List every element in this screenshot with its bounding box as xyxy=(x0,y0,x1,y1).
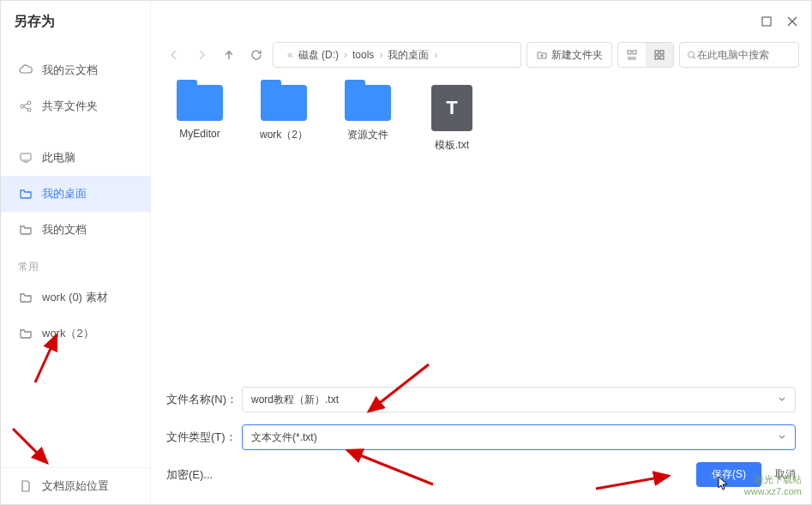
file-label: work（2） xyxy=(260,128,308,142)
svg-point-18 xyxy=(689,51,695,57)
folder-icon xyxy=(18,291,33,304)
filename-input-wrap[interactable]: word教程（新）.txt xyxy=(242,387,796,412)
svg-rect-0 xyxy=(762,17,771,26)
breadcrumb-part[interactable]: 磁盘 (D:) xyxy=(298,48,339,63)
folder-icon xyxy=(18,223,33,237)
folder-icon xyxy=(18,187,33,201)
encrypt-link[interactable]: 加密(E)... xyxy=(166,467,242,483)
computer-icon xyxy=(18,151,33,165)
svg-line-7 xyxy=(24,107,27,109)
folder-icon xyxy=(18,327,33,340)
dialog-title: 另存为 xyxy=(14,13,55,31)
svg-rect-17 xyxy=(660,56,664,59)
svg-line-19 xyxy=(694,57,696,59)
sidebar-item-label: 共享文件夹 xyxy=(42,99,98,114)
sidebar-item-label: 此电脑 xyxy=(42,150,75,165)
sidebar-item-label: work（2） xyxy=(42,326,94,341)
breadcrumb-part[interactable]: 我的桌面 xyxy=(388,48,429,63)
file-item[interactable]: work（2） xyxy=(250,85,317,370)
file-item[interactable]: MyEditor xyxy=(166,85,233,370)
sidebar-item-desktop[interactable]: 我的桌面 xyxy=(1,176,150,212)
folder-icon xyxy=(177,85,223,121)
filename-label: 文件名称(N)： xyxy=(166,392,242,407)
svg-line-6 xyxy=(24,104,27,105)
filetype-select[interactable]: 文本文件(*.txt) xyxy=(242,424,796,450)
sidebar-item-label: 我的桌面 xyxy=(42,186,87,201)
refresh-icon[interactable] xyxy=(245,44,268,66)
svg-rect-14 xyxy=(655,51,659,54)
file-item[interactable]: T 模板.txt xyxy=(418,85,485,370)
share-icon xyxy=(18,99,33,113)
sidebar: 我的云文档 共享文件夹 此电脑 我的桌面 我的文档 常用 work (0) 素材… xyxy=(1,1,151,504)
file-label: 模板.txt xyxy=(435,138,469,153)
sidebar-original-location[interactable]: 文档原始位置 xyxy=(1,468,150,504)
close-button[interactable] xyxy=(786,15,798,27)
search-input[interactable] xyxy=(697,49,791,61)
svg-rect-11 xyxy=(633,51,636,54)
sidebar-recent-1[interactable]: work（2） xyxy=(1,316,150,352)
breadcrumb-part[interactable]: tools xyxy=(352,49,374,61)
folder-icon xyxy=(261,85,307,121)
sidebar-item-label: work (0) 素材 xyxy=(42,290,108,305)
file-grid: MyEditor work（2） 资源文件 T 模板.txt xyxy=(151,76,811,378)
nav-up-icon[interactable] xyxy=(218,44,240,66)
sidebar-item-computer[interactable]: 此电脑 xyxy=(1,140,150,176)
filename-value: word教程（新）.txt xyxy=(251,393,339,407)
file-label: 资源文件 xyxy=(347,128,388,142)
view-list-icon[interactable] xyxy=(618,43,646,67)
new-folder-button[interactable]: 新建文件夹 xyxy=(526,42,612,68)
chevron-down-icon xyxy=(778,433,786,442)
svg-rect-10 xyxy=(628,51,631,54)
chevron-down-icon xyxy=(778,395,786,404)
filetype-value: 文本文件(*.txt) xyxy=(251,430,317,445)
sidebar-item-label: 文档原始位置 xyxy=(42,478,109,494)
cloud-icon xyxy=(18,63,33,77)
svg-rect-8 xyxy=(21,153,31,160)
svg-point-4 xyxy=(27,101,31,105)
nav-back-icon[interactable] xyxy=(163,44,185,66)
svg-point-3 xyxy=(21,105,24,108)
sidebar-item-label: 我的文档 xyxy=(42,222,87,237)
sidebar-recent-label: 常用 xyxy=(1,248,150,280)
svg-rect-16 xyxy=(655,56,659,59)
sidebar-item-cloud-docs[interactable]: 我的云文档 xyxy=(1,52,150,88)
txt-icon: T xyxy=(431,85,472,131)
svg-point-5 xyxy=(27,108,31,111)
maximize-button[interactable] xyxy=(761,15,773,27)
breadcrumb[interactable]: « 磁盘 (D:) › tools › 我的桌面 › xyxy=(273,42,521,68)
nav-forward-icon[interactable] xyxy=(190,44,213,66)
sidebar-item-label: 我的云文档 xyxy=(42,63,98,78)
filetype-label: 文件类型(T)： xyxy=(166,430,242,445)
sidebar-item-shared[interactable]: 共享文件夹 xyxy=(1,88,150,124)
watermark: 极光下载站 www.xz7.com xyxy=(744,473,802,496)
new-folder-label: 新建文件夹 xyxy=(551,48,603,63)
search-box[interactable] xyxy=(679,42,799,68)
document-icon xyxy=(18,479,33,493)
folder-icon xyxy=(345,85,391,121)
sidebar-recent-0[interactable]: work (0) 素材 xyxy=(1,280,150,316)
view-grid-icon[interactable] xyxy=(646,43,673,67)
svg-rect-15 xyxy=(660,51,664,54)
search-icon xyxy=(687,50,697,61)
file-label: MyEditor xyxy=(179,128,220,140)
file-item[interactable]: 资源文件 xyxy=(334,85,401,370)
sidebar-item-documents[interactable]: 我的文档 xyxy=(1,212,150,248)
